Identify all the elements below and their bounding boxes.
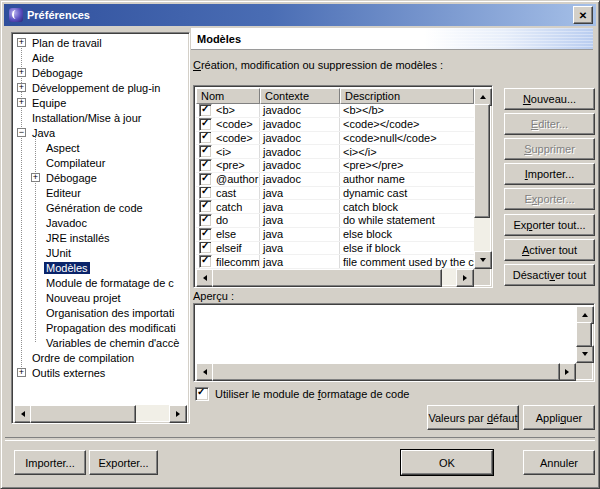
scrollbar-thumb[interactable] xyxy=(212,363,560,381)
scroll-down-button[interactable] xyxy=(474,251,492,269)
scrollbar-thumb[interactable] xyxy=(212,269,442,287)
tree-item-aspect[interactable]: Aspect xyxy=(14,140,187,155)
expand-icon[interactable]: + xyxy=(17,68,26,77)
template-checkbox[interactable]: ✓ xyxy=(199,214,212,227)
page-title: Modèles xyxy=(197,33,241,45)
template-checkbox[interactable]: ✓ xyxy=(199,242,212,255)
tree-item-debogage[interactable]: +Débogage xyxy=(14,65,187,80)
expand-icon[interactable]: + xyxy=(17,368,26,377)
scroll-up-icon xyxy=(582,313,588,317)
tree-item-javadoc[interactable]: Javadoc xyxy=(14,215,187,230)
scrollbar-thumb[interactable] xyxy=(30,405,136,423)
tree-item-modeles[interactable]: Modèles xyxy=(14,260,187,275)
table-row[interactable]: ✓catchjavacatch block xyxy=(196,200,474,214)
table-row[interactable]: ✓<code>javadoc<code>null</code> xyxy=(196,132,474,146)
importer-button[interactable]: Importer... xyxy=(504,163,595,185)
tree-item-nouveau-projet[interactable]: Nouveau projet xyxy=(14,290,187,305)
table-row[interactable]: ✓elsejavaelse block xyxy=(196,228,474,242)
tree-item-label: Plan de travail xyxy=(30,37,104,49)
templates-table: Nom Contexte Description ✓<b>javadoc<b><… xyxy=(193,85,493,288)
table-row[interactable]: ✓<i>javadoc<i></i> xyxy=(196,145,474,159)
preview-horizontal-scrollbar xyxy=(196,363,576,379)
scroll-right-button[interactable] xyxy=(558,363,576,381)
tree-item-equipe[interactable]: +Equipe xyxy=(14,95,187,110)
template-checkbox[interactable]: ✓ xyxy=(199,104,212,117)
checkbox[interactable]: ✓ xyxy=(195,387,209,401)
tree-item-label: Installation/Mise à jour xyxy=(30,112,143,124)
tree-item-propagation-des-modifications[interactable]: Propagation des modificati xyxy=(14,320,187,335)
template-checkbox[interactable]: ✓ xyxy=(199,145,212,158)
template-checkbox[interactable]: ✓ xyxy=(199,173,212,186)
tree-item-junit[interactable]: JUnit xyxy=(14,245,187,260)
scroll-right-button[interactable] xyxy=(169,405,187,423)
template-name: @author xyxy=(216,173,258,185)
template-checkbox[interactable]: ✓ xyxy=(199,255,212,268)
desactiver-tout-button[interactable]: Désactiver tout xyxy=(504,264,595,286)
table-row[interactable]: ✓castjavadynamic cast xyxy=(196,187,474,201)
template-description: author name xyxy=(340,173,474,186)
close-button[interactable]: ✕ xyxy=(573,6,593,24)
collapse-icon[interactable]: − xyxy=(17,128,26,137)
scrollbar-thumb[interactable] xyxy=(576,322,592,347)
template-description: <code>null</code> xyxy=(340,132,474,145)
template-checkbox[interactable]: ✓ xyxy=(199,200,212,213)
scroll-right-button[interactable] xyxy=(456,269,474,287)
table-row[interactable]: ✓elseifjavaelse if block xyxy=(196,242,474,256)
expand-icon[interactable]: + xyxy=(17,38,26,47)
tree-item-java[interactable]: −Java xyxy=(14,125,187,140)
tree-item-plan-de-travail[interactable]: +Plan de travail xyxy=(14,35,187,50)
activer-tout-button[interactable]: Activer tout xyxy=(504,239,595,261)
tree-item-label: Compilateur xyxy=(44,157,107,169)
use-code-formatter-checkbox[interactable]: ✓ Utiliser le module de formatage de cod… xyxy=(195,387,409,401)
valeurs-par-defaut-button[interactable]: Valeurs par défaut xyxy=(427,405,519,430)
exporter-tout-button[interactable]: Exporter tout... xyxy=(504,214,595,236)
expand-icon[interactable]: + xyxy=(17,83,26,92)
table-row[interactable]: ✓filecommentjavafile comment used by the… xyxy=(196,255,474,269)
table-row[interactable]: ✓<code>javadoc<code></code> xyxy=(196,118,474,132)
table-row[interactable]: ✓<pre>javadoc<pre></pre> xyxy=(196,159,474,173)
template-description: catch block xyxy=(340,200,474,213)
tree-item-developpement-de-plug-in[interactable]: +Développement de plug-in xyxy=(14,80,187,95)
scrollbar-thumb[interactable] xyxy=(474,104,490,218)
titlebar[interactable]: Préférences ✕ xyxy=(4,4,596,26)
nouveau-button[interactable]: Nouveau... xyxy=(504,88,595,110)
table-row[interactable]: ✓<b>javadoc<b></b> xyxy=(196,104,474,118)
preview-box[interactable] xyxy=(193,303,595,382)
template-checkbox[interactable]: ✓ xyxy=(199,118,212,131)
tree-item-ordre-de-compilation[interactable]: Ordre de compilation xyxy=(14,350,187,365)
tree-item-jre-installes[interactable]: JRE installés xyxy=(14,230,187,245)
tree-item-outils-externes[interactable]: +Outils externes xyxy=(14,365,187,380)
tree-item-installation-mise-a-jour[interactable]: Installation/Mise à jour xyxy=(14,110,187,125)
ok-button[interactable]: OK xyxy=(401,450,493,475)
template-checkbox[interactable]: ✓ xyxy=(199,228,212,241)
annuler-button[interactable]: Annuler xyxy=(523,450,595,475)
template-checkbox[interactable]: ✓ xyxy=(199,159,212,172)
expand-icon[interactable]: + xyxy=(31,173,40,182)
appliquer-button[interactable]: Appliquer xyxy=(523,405,595,430)
tree-item-label: Editeur xyxy=(44,187,83,199)
importer-all-button[interactable]: Importer... xyxy=(14,450,86,475)
table-row[interactable]: ✓@authorjavadocauthor name xyxy=(196,173,474,187)
column-header-description[interactable]: Description xyxy=(340,88,474,104)
tree-item-variables-de-chemin[interactable]: Variables de chemin d'accè xyxy=(14,335,187,350)
exporter-all-button[interactable]: Exporter... xyxy=(89,450,158,475)
column-header-contexte[interactable]: Contexte xyxy=(260,88,340,104)
template-checkbox[interactable]: ✓ xyxy=(199,132,212,145)
column-header-nom[interactable]: Nom xyxy=(196,88,260,104)
tree-item-java-debogage[interactable]: +Débogage xyxy=(14,170,187,185)
template-context: javadoc xyxy=(260,145,340,158)
tree-item-label: Javadoc xyxy=(44,217,89,229)
table-row[interactable]: ✓dojavado while statement xyxy=(196,214,474,228)
tree-item-compilateur[interactable]: Compilateur xyxy=(14,155,187,170)
tree-item-editeur[interactable]: Editeur xyxy=(14,185,187,200)
tree-item-aide[interactable]: Aide xyxy=(14,50,187,65)
expand-icon[interactable]: + xyxy=(17,98,26,107)
tree-item-organisation-des-importations[interactable]: Organisation des importati xyxy=(14,305,187,320)
template-context: java xyxy=(260,255,340,268)
scroll-right-icon xyxy=(565,369,569,375)
scroll-down-button[interactable] xyxy=(576,345,594,363)
template-checkbox[interactable]: ✓ xyxy=(199,187,212,200)
tree-item-module-de-formatage[interactable]: Module de formatage de c xyxy=(14,275,187,290)
tree-item-generation-de-code[interactable]: Génération de code xyxy=(14,200,187,215)
scrollbar-corner xyxy=(474,269,490,285)
